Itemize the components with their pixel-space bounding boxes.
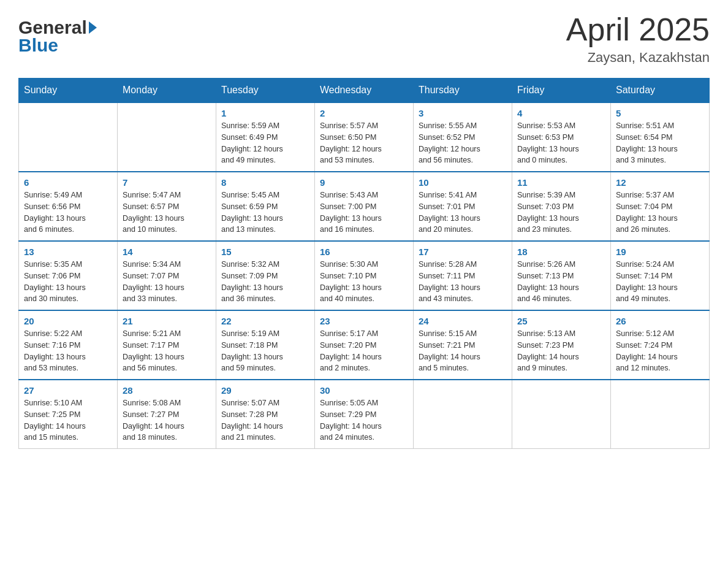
day-number: 23 xyxy=(320,316,408,326)
calendar-cell: 27Sunrise: 5:10 AM Sunset: 7:25 PM Dayli… xyxy=(19,380,118,449)
day-info: Sunrise: 5:59 AM Sunset: 6:49 PM Dayligh… xyxy=(221,120,309,166)
col-header-friday: Friday xyxy=(512,79,611,103)
day-number: 5 xyxy=(616,108,704,118)
calendar-cell: 10Sunrise: 5:41 AM Sunset: 7:01 PM Dayli… xyxy=(414,172,512,241)
day-info: Sunrise: 5:37 AM Sunset: 7:04 PM Dayligh… xyxy=(616,190,704,236)
day-number: 13 xyxy=(24,247,112,257)
day-number: 22 xyxy=(221,316,309,326)
week-row-2: 6Sunrise: 5:49 AM Sunset: 6:56 PM Daylig… xyxy=(19,172,710,241)
day-info: Sunrise: 5:19 AM Sunset: 7:18 PM Dayligh… xyxy=(221,328,309,374)
day-info: Sunrise: 5:53 AM Sunset: 6:53 PM Dayligh… xyxy=(517,120,605,166)
day-info: Sunrise: 5:08 AM Sunset: 7:27 PM Dayligh… xyxy=(123,397,211,443)
day-number: 14 xyxy=(123,247,211,257)
calendar-cell: 25Sunrise: 5:13 AM Sunset: 7:23 PM Dayli… xyxy=(512,310,611,380)
day-info: Sunrise: 5:51 AM Sunset: 6:54 PM Dayligh… xyxy=(616,120,704,166)
calendar-cell: 2Sunrise: 5:57 AM Sunset: 6:50 PM Daylig… xyxy=(315,102,414,172)
col-header-tuesday: Tuesday xyxy=(216,79,315,103)
day-number: 2 xyxy=(320,108,408,118)
day-info: Sunrise: 5:47 AM Sunset: 6:57 PM Dayligh… xyxy=(123,190,211,236)
calendar-cell: 9Sunrise: 5:43 AM Sunset: 7:00 PM Daylig… xyxy=(315,172,414,241)
calendar-cell: 24Sunrise: 5:15 AM Sunset: 7:21 PM Dayli… xyxy=(414,310,512,380)
day-number: 29 xyxy=(221,385,309,396)
day-info: Sunrise: 5:21 AM Sunset: 7:17 PM Dayligh… xyxy=(123,328,211,374)
day-number: 4 xyxy=(517,108,605,118)
day-info: Sunrise: 5:13 AM Sunset: 7:23 PM Dayligh… xyxy=(517,328,605,374)
calendar-subtitle: Zaysan, Kazakhstan xyxy=(566,50,710,66)
col-header-wednesday: Wednesday xyxy=(315,79,414,103)
week-row-3: 13Sunrise: 5:35 AM Sunset: 7:06 PM Dayli… xyxy=(19,241,710,310)
calendar-cell: 19Sunrise: 5:24 AM Sunset: 7:14 PM Dayli… xyxy=(611,241,710,310)
day-info: Sunrise: 5:24 AM Sunset: 7:14 PM Dayligh… xyxy=(616,259,704,305)
day-number: 25 xyxy=(517,316,605,326)
calendar-cell: 21Sunrise: 5:21 AM Sunset: 7:17 PM Dayli… xyxy=(118,310,216,380)
day-info: Sunrise: 5:15 AM Sunset: 7:21 PM Dayligh… xyxy=(419,328,507,374)
day-number: 12 xyxy=(616,177,704,188)
day-info: Sunrise: 5:22 AM Sunset: 7:16 PM Dayligh… xyxy=(24,328,112,374)
header: General Blue April 2025 Zaysan, Kazakhst… xyxy=(18,12,710,66)
day-number: 1 xyxy=(221,108,309,118)
calendar-table: SundayMondayTuesdayWednesdayThursdayFrid… xyxy=(18,78,710,449)
day-number: 18 xyxy=(517,247,605,257)
day-info: Sunrise: 5:17 AM Sunset: 7:20 PM Dayligh… xyxy=(320,328,408,374)
day-info: Sunrise: 5:10 AM Sunset: 7:25 PM Dayligh… xyxy=(24,397,112,443)
day-number: 20 xyxy=(24,316,112,326)
day-info: Sunrise: 5:26 AM Sunset: 7:13 PM Dayligh… xyxy=(517,259,605,305)
day-info: Sunrise: 5:28 AM Sunset: 7:11 PM Dayligh… xyxy=(419,259,507,305)
calendar-cell: 6Sunrise: 5:49 AM Sunset: 6:56 PM Daylig… xyxy=(19,172,118,241)
calendar-cell: 4Sunrise: 5:53 AM Sunset: 6:53 PM Daylig… xyxy=(512,102,611,172)
day-info: Sunrise: 5:35 AM Sunset: 7:06 PM Dayligh… xyxy=(24,259,112,305)
day-info: Sunrise: 5:45 AM Sunset: 6:59 PM Dayligh… xyxy=(221,190,309,236)
calendar-cell: 20Sunrise: 5:22 AM Sunset: 7:16 PM Dayli… xyxy=(19,310,118,380)
day-number: 26 xyxy=(616,316,704,326)
col-header-thursday: Thursday xyxy=(414,79,512,103)
calendar-cell: 13Sunrise: 5:35 AM Sunset: 7:06 PM Dayli… xyxy=(19,241,118,310)
calendar-cell xyxy=(414,380,512,449)
day-number: 28 xyxy=(123,385,211,396)
calendar-cell: 7Sunrise: 5:47 AM Sunset: 6:57 PM Daylig… xyxy=(118,172,216,241)
day-info: Sunrise: 5:39 AM Sunset: 7:03 PM Dayligh… xyxy=(517,190,605,236)
day-number: 24 xyxy=(419,316,507,326)
calendar-cell: 11Sunrise: 5:39 AM Sunset: 7:03 PM Dayli… xyxy=(512,172,611,241)
day-number: 15 xyxy=(221,247,309,257)
col-header-sunday: Sunday xyxy=(19,79,118,103)
col-header-monday: Monday xyxy=(118,79,216,103)
calendar-cell: 1Sunrise: 5:59 AM Sunset: 6:49 PM Daylig… xyxy=(216,102,315,172)
calendar-cell: 14Sunrise: 5:34 AM Sunset: 7:07 PM Dayli… xyxy=(118,241,216,310)
calendar-cell: 17Sunrise: 5:28 AM Sunset: 7:11 PM Dayli… xyxy=(414,241,512,310)
day-info: Sunrise: 5:30 AM Sunset: 7:10 PM Dayligh… xyxy=(320,259,408,305)
calendar-cell: 26Sunrise: 5:12 AM Sunset: 7:24 PM Dayli… xyxy=(611,310,710,380)
week-row-1: 1Sunrise: 5:59 AM Sunset: 6:49 PM Daylig… xyxy=(19,102,710,172)
day-number: 8 xyxy=(221,177,309,188)
calendar-cell: 18Sunrise: 5:26 AM Sunset: 7:13 PM Dayli… xyxy=(512,241,611,310)
col-header-saturday: Saturday xyxy=(611,79,710,103)
day-info: Sunrise: 5:32 AM Sunset: 7:09 PM Dayligh… xyxy=(221,259,309,305)
week-row-5: 27Sunrise: 5:10 AM Sunset: 7:25 PM Dayli… xyxy=(19,380,710,449)
day-number: 16 xyxy=(320,247,408,257)
day-info: Sunrise: 5:55 AM Sunset: 6:52 PM Dayligh… xyxy=(419,120,507,166)
calendar-cell: 3Sunrise: 5:55 AM Sunset: 6:52 PM Daylig… xyxy=(414,102,512,172)
calendar-cell: 5Sunrise: 5:51 AM Sunset: 6:54 PM Daylig… xyxy=(611,102,710,172)
calendar-header-row: SundayMondayTuesdayWednesdayThursdayFrid… xyxy=(19,79,710,103)
day-number: 19 xyxy=(616,247,704,257)
day-number: 17 xyxy=(419,247,507,257)
day-number: 3 xyxy=(419,108,507,118)
day-info: Sunrise: 5:12 AM Sunset: 7:24 PM Dayligh… xyxy=(616,328,704,374)
day-number: 30 xyxy=(320,385,408,396)
logo-blue: Blue xyxy=(18,35,97,55)
calendar-cell: 23Sunrise: 5:17 AM Sunset: 7:20 PM Dayli… xyxy=(315,310,414,380)
calendar-body: 1Sunrise: 5:59 AM Sunset: 6:49 PM Daylig… xyxy=(19,102,710,449)
day-number: 11 xyxy=(517,177,605,188)
calendar-cell: 29Sunrise: 5:07 AM Sunset: 7:28 PM Dayli… xyxy=(216,380,315,449)
calendar-cell xyxy=(19,102,118,172)
day-number: 9 xyxy=(320,177,408,188)
calendar-cell: 28Sunrise: 5:08 AM Sunset: 7:27 PM Dayli… xyxy=(118,380,216,449)
day-info: Sunrise: 5:34 AM Sunset: 7:07 PM Dayligh… xyxy=(123,259,211,305)
day-number: 6 xyxy=(24,177,112,188)
calendar-cell: 8Sunrise: 5:45 AM Sunset: 6:59 PM Daylig… xyxy=(216,172,315,241)
day-number: 7 xyxy=(123,177,211,188)
day-info: Sunrise: 5:05 AM Sunset: 7:29 PM Dayligh… xyxy=(320,397,408,443)
day-info: Sunrise: 5:57 AM Sunset: 6:50 PM Dayligh… xyxy=(320,120,408,166)
day-info: Sunrise: 5:07 AM Sunset: 7:28 PM Dayligh… xyxy=(221,397,309,443)
calendar-cell: 16Sunrise: 5:30 AM Sunset: 7:10 PM Dayli… xyxy=(315,241,414,310)
calendar-cell: 15Sunrise: 5:32 AM Sunset: 7:09 PM Dayli… xyxy=(216,241,315,310)
